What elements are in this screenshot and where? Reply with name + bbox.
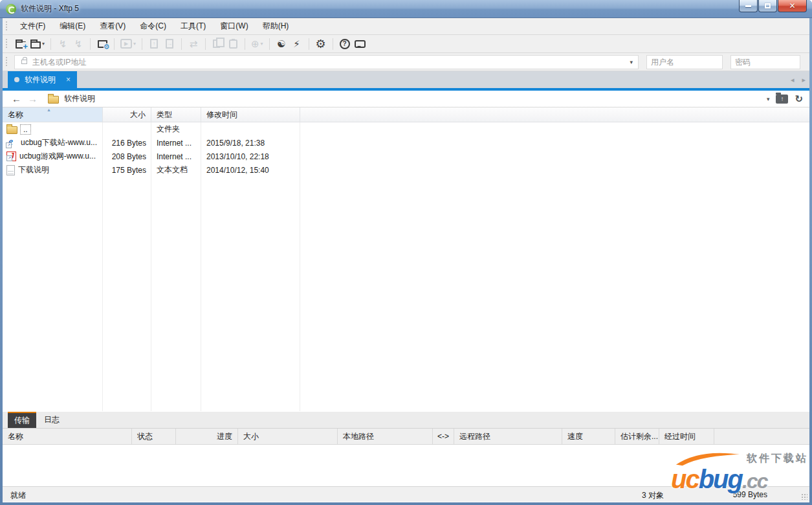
tab-transfer[interactable]: 传输 — [8, 412, 36, 428]
toolbar-separator — [114, 38, 115, 50]
bottom-tab-bar: 传输 日志 — [3, 412, 809, 429]
session-tab-bar: 软件说明 × ◂ ▸ — [3, 71, 809, 91]
session-tab-label: 软件说明 — [25, 74, 56, 85]
transfer-list-body — [3, 445, 809, 486]
file-name: .. — [21, 125, 30, 134]
host-dropdown-icon[interactable]: ▾ — [624, 59, 638, 65]
menu-item[interactable]: 工具(T) — [173, 18, 213, 34]
file-type: 文件夹 — [151, 122, 201, 136]
feedback-bubble-icon — [355, 40, 366, 48]
refresh-icon[interactable]: ↻ — [795, 93, 803, 105]
nav-bar: ← → 软件说明 ▾ ↑ ↻ — [3, 91, 809, 107]
transfer-col-status[interactable]: 状态 — [132, 429, 176, 444]
transfer-col-local-path[interactable]: 本地路径 — [338, 429, 433, 444]
transfer-button: ⇄ — [186, 36, 201, 52]
toolbar: + ▾ ↯ ↯ ⚙ ▶ ▾ ↑ → ⇄ — [3, 35, 809, 53]
column-header-name[interactable]: 名称 ▲ — [3, 107, 103, 122]
tab-log[interactable]: 日志 — [38, 412, 66, 428]
run-caret-icon: ▾ — [133, 41, 136, 47]
feedback-button[interactable] — [353, 36, 368, 52]
file-size: 175 Bytes — [103, 163, 151, 177]
connect-icon: ↯ — [59, 39, 67, 49]
file-name: ucbug下载站-www.u... — [21, 137, 97, 148]
new-session-icon: + — [16, 41, 26, 49]
new-session-button[interactable]: + — [13, 36, 28, 52]
sessionbar-grip[interactable] — [5, 56, 8, 67]
run-button: ▶ ▾ — [118, 36, 138, 52]
tab-close-icon[interactable]: × — [66, 76, 71, 84]
transfer-col-elapsed[interactable]: 经过时间 — [659, 429, 714, 444]
path-dropdown-icon[interactable]: ▾ — [767, 96, 770, 102]
host-input[interactable] — [32, 56, 624, 69]
transfer-col-eta[interactable]: 估计剩余... — [615, 429, 659, 444]
toolbar-grip[interactable] — [5, 38, 8, 49]
tab-scroll-right-icon[interactable]: ▸ — [802, 76, 806, 84]
file-modified — [201, 122, 300, 136]
toolbar-separator — [333, 38, 333, 50]
menu-item[interactable]: 帮助(H) — [256, 18, 296, 34]
tab-scroll-left-icon[interactable]: ◂ — [791, 76, 795, 84]
globe-icon: ⊕ — [251, 39, 259, 49]
close-button[interactable]: ✕ — [778, 0, 807, 12]
menubar-grip[interactable] — [5, 21, 8, 32]
transfer-col-direction[interactable]: <-> — [433, 429, 454, 444]
file-row[interactable]: ucbug游戏网-www.u... 208 Bytes Internet ...… — [3, 150, 809, 163]
status-object-count: 3 对象 — [642, 490, 664, 501]
properties-button[interactable]: ⚙ — [94, 36, 110, 52]
xshell-icon: ☯ — [277, 39, 285, 49]
title-bar[interactable]: 软件说明 - Xftp 5 ✕ — [0, 0, 812, 18]
column-header-modified[interactable]: 修改时间 — [201, 107, 300, 122]
tab-status-dot-icon — [14, 77, 19, 82]
menu-item[interactable]: 查看(V) — [93, 18, 133, 34]
open-folder-icon — [30, 41, 41, 49]
transfer-col-size[interactable]: 大小 — [238, 429, 338, 444]
transfer-col-remote-path[interactable]: 远程路径 — [454, 429, 562, 444]
file-modified: 2013/10/10, 22:18 — [201, 150, 300, 163]
toolbar-separator — [142, 38, 142, 50]
transfer-col-progress[interactable]: 进度 — [176, 429, 238, 444]
back-icon[interactable]: ← — [12, 93, 21, 104]
file-icon — [6, 126, 17, 134]
minimize-button[interactable] — [739, 0, 758, 12]
resize-grip[interactable] — [801, 493, 807, 500]
transfer-arrows-icon: ⇄ — [190, 39, 198, 49]
menu-item[interactable]: 文件(F) — [13, 18, 52, 34]
settings-button[interactable]: ⚙ — [313, 36, 329, 52]
maximize-button[interactable] — [758, 0, 777, 12]
forward-icon[interactable]: → — [28, 93, 38, 104]
transfer-col-speed[interactable]: 速度 — [562, 429, 615, 444]
xshell-button[interactable]: ☯ — [274, 36, 289, 52]
upload-button: ↑ — [146, 36, 162, 52]
file-size: 208 Bytes — [103, 150, 151, 163]
up-directory-button[interactable]: ↑ — [776, 95, 788, 104]
file-icon — [6, 152, 16, 161]
session-bar: ▾ — [3, 53, 809, 71]
transfer-col-name[interactable]: 名称 — [3, 429, 132, 444]
column-header-size[interactable]: 大小 — [103, 107, 151, 122]
column-header-type[interactable]: 类型 — [151, 107, 201, 122]
file-row[interactable]: 下载说明 175 Bytes 文本文档 2014/10/12, 15:40 — [3, 163, 809, 177]
menu-item[interactable]: 命令(C) — [133, 18, 173, 34]
help-button[interactable]: ? — [337, 36, 353, 52]
up-arrow-icon: ↑ — [780, 96, 784, 102]
current-path: 软件说明 — [64, 93, 95, 104]
menu-item[interactable]: 编辑(E) — [52, 18, 93, 34]
password-input[interactable] — [735, 56, 809, 69]
status-bar: 就绪 3 对象 599 Bytes — [3, 486, 809, 502]
column-header-filler — [300, 107, 809, 122]
menu-item[interactable]: 窗口(W) — [213, 18, 255, 34]
toolbar-separator — [269, 38, 270, 50]
xftp-button[interactable]: ⚡ — [289, 36, 305, 52]
settings-gear-icon: ⚙ — [316, 38, 326, 50]
open-session-button[interactable]: ▾ — [28, 36, 47, 52]
file-modified: 2014/10/12, 15:40 — [201, 163, 300, 177]
toolbar-separator — [90, 38, 91, 50]
file-icon — [6, 138, 17, 148]
file-row[interactable]: .. 文件夹 — [3, 122, 809, 136]
file-modified: 2015/9/18, 21:38 — [201, 136, 300, 150]
copy-icon — [213, 39, 220, 48]
transfer-col-filler — [714, 429, 809, 444]
file-row[interactable]: ucbug下载站-www.u... 216 Bytes Internet ...… — [3, 136, 809, 150]
session-tab[interactable]: 软件说明 × — [8, 71, 77, 88]
status-ready: 就绪 — [10, 490, 26, 501]
